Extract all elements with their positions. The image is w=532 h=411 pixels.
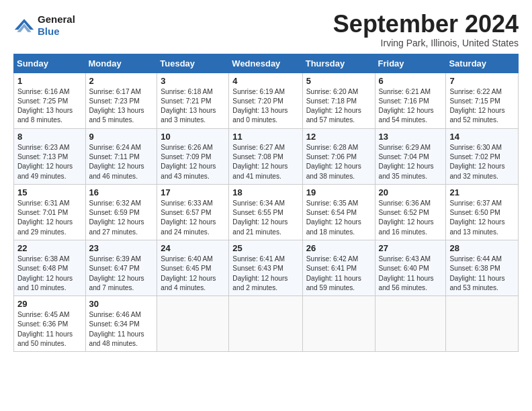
- day-info: Sunrise: 6:30 AM Sunset: 7:02 PM Dayligh…: [449, 143, 515, 181]
- day-info: Sunrise: 6:31 AM Sunset: 7:01 PM Dayligh…: [17, 199, 82, 237]
- day-info: Sunrise: 6:46 AM Sunset: 6:34 PM Dayligh…: [89, 310, 154, 349]
- day-number: 13: [379, 132, 443, 142]
- calendar-cell: 15Sunrise: 6:31 AM Sunset: 7:01 PM Dayli…: [14, 184, 86, 240]
- calendar-week-1: 1Sunrise: 6:16 AM Sunset: 7:25 PM Daylig…: [14, 73, 519, 128]
- day-info: Sunrise: 6:36 AM Sunset: 6:52 PM Dayligh…: [379, 199, 443, 237]
- day-info: Sunrise: 6:26 AM Sunset: 7:09 PM Dayligh…: [161, 143, 225, 181]
- day-info: Sunrise: 6:20 AM Sunset: 7:18 PM Dayligh…: [306, 87, 371, 126]
- day-number: 20: [379, 187, 443, 197]
- day-number: 17: [161, 187, 225, 197]
- column-header-saturday: Saturday: [446, 54, 519, 73]
- day-info: Sunrise: 6:41 AM Sunset: 6:43 PM Dayligh…: [232, 255, 298, 293]
- calendar-cell: 26Sunrise: 6:42 AM Sunset: 6:41 PM Dayli…: [302, 240, 375, 295]
- day-info: Sunrise: 6:42 AM Sunset: 6:41 PM Dayligh…: [306, 255, 371, 293]
- calendar-cell: 11Sunrise: 6:27 AM Sunset: 7:08 PM Dayli…: [229, 128, 302, 184]
- calendar-cell: 7Sunrise: 6:22 AM Sunset: 7:15 PM Daylig…: [446, 73, 519, 128]
- day-number: 25: [232, 243, 298, 253]
- calendar-cell: [302, 296, 375, 352]
- day-info: Sunrise: 6:38 AM Sunset: 6:48 PM Dayligh…: [17, 255, 82, 293]
- calendar-cell: 24Sunrise: 6:40 AM Sunset: 6:45 PM Dayli…: [157, 240, 229, 295]
- month-title: September 2024: [333, 11, 519, 38]
- day-number: 1: [17, 76, 82, 86]
- logo: General Blue: [13, 13, 75, 38]
- day-number: 14: [449, 132, 515, 142]
- day-info: Sunrise: 6:29 AM Sunset: 7:04 PM Dayligh…: [379, 143, 443, 181]
- calendar-table: SundayMondayTuesdayWednesdayThursdayFrid…: [13, 54, 519, 353]
- day-number: 23: [89, 243, 154, 253]
- calendar-header-row: SundayMondayTuesdayWednesdayThursdayFrid…: [14, 54, 519, 73]
- title-section: September 2024 Irving Park, Illinois, Un…: [333, 11, 519, 48]
- day-number: 29: [17, 299, 82, 309]
- day-info: Sunrise: 6:21 AM Sunset: 7:16 PM Dayligh…: [379, 87, 443, 126]
- calendar-cell: 3Sunrise: 6:18 AM Sunset: 7:21 PM Daylig…: [157, 73, 229, 128]
- day-number: 12: [306, 132, 371, 142]
- day-number: 9: [89, 132, 154, 142]
- day-info: Sunrise: 6:32 AM Sunset: 6:59 PM Dayligh…: [89, 199, 154, 237]
- day-info: Sunrise: 6:37 AM Sunset: 6:50 PM Dayligh…: [449, 199, 515, 237]
- calendar-cell: 8Sunrise: 6:23 AM Sunset: 7:13 PM Daylig…: [14, 128, 86, 184]
- day-info: Sunrise: 6:22 AM Sunset: 7:15 PM Dayligh…: [449, 87, 515, 126]
- calendar-cell: 6Sunrise: 6:21 AM Sunset: 7:16 PM Daylig…: [375, 73, 446, 128]
- day-info: Sunrise: 6:33 AM Sunset: 6:57 PM Dayligh…: [161, 199, 225, 237]
- day-number: 2: [89, 76, 154, 86]
- calendar-cell: [375, 296, 446, 352]
- column-header-thursday: Thursday: [302, 54, 375, 73]
- logo-general: General: [38, 13, 75, 25]
- day-info: Sunrise: 6:44 AM Sunset: 6:38 PM Dayligh…: [449, 255, 515, 293]
- calendar-cell: 10Sunrise: 6:26 AM Sunset: 7:09 PM Dayli…: [157, 128, 229, 184]
- logo-blue: Blue: [38, 26, 60, 37]
- calendar-cell: 9Sunrise: 6:24 AM Sunset: 7:11 PM Daylig…: [85, 128, 157, 184]
- calendar-cell: 16Sunrise: 6:32 AM Sunset: 6:59 PM Dayli…: [85, 184, 157, 240]
- column-header-sunday: Sunday: [14, 54, 86, 73]
- page-header: General Blue September 2024 Irving Park,…: [13, 11, 519, 48]
- day-number: 10: [161, 132, 225, 142]
- day-info: Sunrise: 6:24 AM Sunset: 7:11 PM Dayligh…: [89, 143, 154, 181]
- calendar-cell: 14Sunrise: 6:30 AM Sunset: 7:02 PM Dayli…: [446, 128, 519, 184]
- column-header-friday: Friday: [375, 54, 446, 73]
- day-info: Sunrise: 6:39 AM Sunset: 6:47 PM Dayligh…: [89, 255, 154, 293]
- calendar-cell: 13Sunrise: 6:29 AM Sunset: 7:04 PM Dayli…: [375, 128, 446, 184]
- day-info: Sunrise: 6:35 AM Sunset: 6:54 PM Dayligh…: [306, 199, 371, 237]
- location-subtitle: Irving Park, Illinois, United States: [333, 38, 519, 48]
- calendar-cell: 18Sunrise: 6:34 AM Sunset: 6:55 PM Dayli…: [229, 184, 302, 240]
- calendar-cell: 5Sunrise: 6:20 AM Sunset: 7:18 PM Daylig…: [302, 73, 375, 128]
- day-number: 11: [232, 132, 298, 142]
- day-number: 3: [161, 76, 225, 86]
- calendar-cell: [157, 296, 229, 352]
- day-number: 8: [17, 132, 82, 142]
- calendar-cell: 4Sunrise: 6:19 AM Sunset: 7:20 PM Daylig…: [229, 73, 302, 128]
- calendar-cell: 17Sunrise: 6:33 AM Sunset: 6:57 PM Dayli…: [157, 184, 229, 240]
- day-number: 22: [17, 243, 82, 253]
- day-info: Sunrise: 6:45 AM Sunset: 6:36 PM Dayligh…: [17, 310, 82, 349]
- calendar-cell: 30Sunrise: 6:46 AM Sunset: 6:34 PM Dayli…: [85, 296, 157, 352]
- calendar-cell: 12Sunrise: 6:28 AM Sunset: 7:06 PM Dayli…: [302, 128, 375, 184]
- calendar-week-4: 22Sunrise: 6:38 AM Sunset: 6:48 PM Dayli…: [14, 240, 519, 295]
- calendar-cell: 25Sunrise: 6:41 AM Sunset: 6:43 PM Dayli…: [229, 240, 302, 295]
- day-info: Sunrise: 6:17 AM Sunset: 7:23 PM Dayligh…: [89, 87, 154, 126]
- day-number: 15: [17, 187, 82, 197]
- column-header-monday: Monday: [85, 54, 157, 73]
- column-header-tuesday: Tuesday: [157, 54, 229, 73]
- day-number: 16: [89, 187, 154, 197]
- calendar-cell: 22Sunrise: 6:38 AM Sunset: 6:48 PM Dayli…: [14, 240, 86, 295]
- calendar-cell: [229, 296, 302, 352]
- day-number: 18: [232, 187, 298, 197]
- calendar-cell: 27Sunrise: 6:43 AM Sunset: 6:40 PM Dayli…: [375, 240, 446, 295]
- day-info: Sunrise: 6:19 AM Sunset: 7:20 PM Dayligh…: [232, 87, 298, 126]
- day-number: 24: [161, 243, 225, 253]
- day-number: 7: [449, 76, 515, 86]
- day-info: Sunrise: 6:23 AM Sunset: 7:13 PM Dayligh…: [17, 143, 82, 181]
- calendar-week-3: 15Sunrise: 6:31 AM Sunset: 7:01 PM Dayli…: [14, 184, 519, 240]
- day-number: 28: [449, 243, 515, 253]
- calendar-cell: 20Sunrise: 6:36 AM Sunset: 6:52 PM Dayli…: [375, 184, 446, 240]
- calendar-cell: 23Sunrise: 6:39 AM Sunset: 6:47 PM Dayli…: [85, 240, 157, 295]
- day-number: 27: [379, 243, 443, 253]
- calendar-cell: 29Sunrise: 6:45 AM Sunset: 6:36 PM Dayli…: [14, 296, 86, 352]
- calendar-cell: 19Sunrise: 6:35 AM Sunset: 6:54 PM Dayli…: [302, 184, 375, 240]
- day-number: 4: [232, 76, 298, 86]
- calendar-cell: 21Sunrise: 6:37 AM Sunset: 6:50 PM Dayli…: [446, 184, 519, 240]
- logo-icon: [13, 16, 35, 35]
- day-info: Sunrise: 6:16 AM Sunset: 7:25 PM Dayligh…: [17, 87, 82, 126]
- calendar-week-5: 29Sunrise: 6:45 AM Sunset: 6:36 PM Dayli…: [14, 296, 519, 352]
- day-info: Sunrise: 6:27 AM Sunset: 7:08 PM Dayligh…: [232, 143, 298, 181]
